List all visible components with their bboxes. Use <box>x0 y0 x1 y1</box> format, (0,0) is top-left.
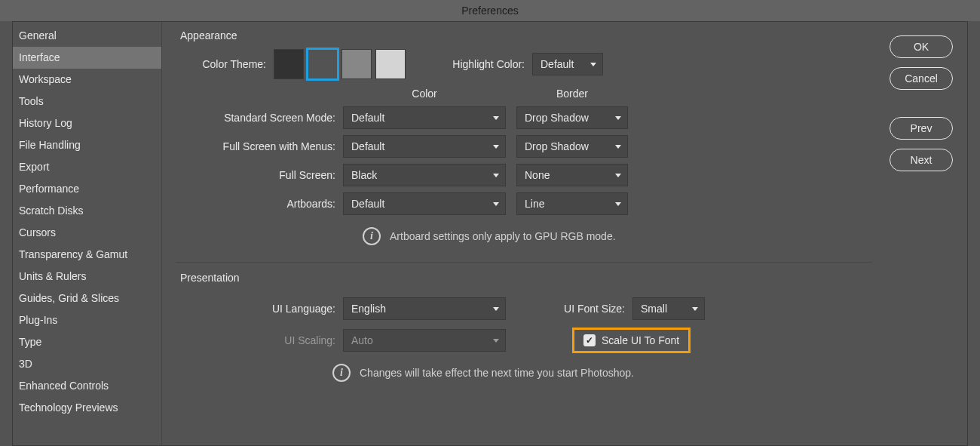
prev-button[interactable]: Prev <box>890 117 953 140</box>
ui-scaling-select: Auto <box>343 329 506 352</box>
ui-language-select[interactable]: English <box>343 297 506 320</box>
full-screen-menus-border-select[interactable]: Drop Shadow <box>516 135 628 158</box>
sidebar-item-export[interactable]: Export <box>13 156 161 178</box>
dialog-buttons: OK Cancel Prev Next <box>886 22 967 445</box>
sidebar-item-transparency-gamut[interactable]: Transparency & Gamut <box>13 244 161 266</box>
sidebar-item-enhanced-controls[interactable]: Enhanced Controls <box>13 375 161 397</box>
full-screen-border-select[interactable]: None <box>516 164 628 186</box>
sidebar-item-history-log[interactable]: History Log <box>13 112 161 134</box>
swatch-light[interactable] <box>375 49 406 79</box>
sidebar-item-type[interactable]: Type <box>13 331 161 353</box>
standard-screen-mode-color-select[interactable]: Default <box>343 106 506 129</box>
standard-screen-mode-label: Standard Screen Mode: <box>176 112 343 124</box>
sidebar-item-guides-grid-slices[interactable]: Guides, Grid & Slices <box>13 288 161 309</box>
sidebar-item-scratch-disks[interactable]: Scratch Disks <box>13 200 161 222</box>
sidebar-item-cursors[interactable]: Cursors <box>13 222 161 244</box>
full-screen-menus-label: Full Screen with Menus: <box>176 140 343 152</box>
artboards-border-select[interactable]: Line <box>516 192 628 215</box>
info-icon: i <box>332 364 351 382</box>
standard-screen-mode-border-select[interactable]: Drop Shadow <box>516 106 628 129</box>
sidebar-item-units-rulers[interactable]: Units & Rulers <box>13 266 161 288</box>
window-title: Preferences <box>0 0 980 21</box>
color-theme-label: Color Theme: <box>176 58 274 70</box>
artboards-color-select[interactable]: Default <box>343 192 506 215</box>
color-column-header: Color <box>343 88 506 100</box>
sidebar-item-performance[interactable]: Performance <box>13 178 161 200</box>
sidebar-item-general[interactable]: General <box>13 25 161 47</box>
full-screen-label: Full Screen: <box>176 169 343 181</box>
color-theme-swatches <box>274 49 406 79</box>
ui-scaling-label: UI Scaling: <box>176 334 343 346</box>
highlight-color-select[interactable]: Default <box>532 53 603 75</box>
ui-language-label: UI Language: <box>176 303 343 315</box>
sidebar-item-interface[interactable]: Interface <box>13 47 161 69</box>
swatch-medium-light[interactable] <box>341 49 372 79</box>
border-column-header: Border <box>516 88 628 100</box>
appearance-note: Artboard settings only apply to GPU RGB … <box>390 230 616 242</box>
scale-ui-to-font-highlight: Scale UI To Font <box>572 328 691 353</box>
ui-font-size-select[interactable]: Small <box>632 297 705 320</box>
presentation-section-title: Presentation <box>176 272 872 284</box>
info-icon: i <box>363 227 381 245</box>
full-screen-menus-color-select[interactable]: Default <box>343 135 506 158</box>
scale-ui-to-font-checkbox[interactable] <box>583 334 596 346</box>
next-button[interactable]: Next <box>890 149 953 171</box>
main-panel: Appearance Color Theme: Highlight Color:… <box>162 22 886 445</box>
sidebar-item-workspace[interactable]: Workspace <box>13 69 161 91</box>
presentation-note: Changes will take effect the next time y… <box>360 367 634 379</box>
section-divider <box>176 262 872 263</box>
sidebar-item-file-handling[interactable]: File Handling <box>13 134 161 156</box>
highlight-color-label: Highlight Color: <box>421 58 532 70</box>
sidebar-item-tools[interactable]: Tools <box>13 91 161 112</box>
sidebar-item-plug-ins[interactable]: Plug-Ins <box>13 309 161 331</box>
ok-button[interactable]: OK <box>890 35 953 58</box>
swatch-medium-dark[interactable] <box>308 49 338 79</box>
appearance-section-title: Appearance <box>176 29 872 42</box>
category-sidebar: General Interface Workspace Tools Histor… <box>13 22 162 445</box>
cancel-button[interactable]: Cancel <box>890 67 953 90</box>
scale-ui-to-font-label: Scale UI To Font <box>602 334 679 346</box>
full-screen-color-select[interactable]: Black <box>343 164 506 186</box>
swatch-dark[interactable] <box>274 49 304 79</box>
artboards-label: Artboards: <box>176 198 343 210</box>
preferences-window: General Interface Workspace Tools Histor… <box>12 21 968 446</box>
sidebar-item-3d[interactable]: 3D <box>13 353 161 375</box>
ui-font-size-label: UI Font Size: <box>506 303 632 315</box>
sidebar-item-technology-previews[interactable]: Technology Previews <box>13 397 161 419</box>
